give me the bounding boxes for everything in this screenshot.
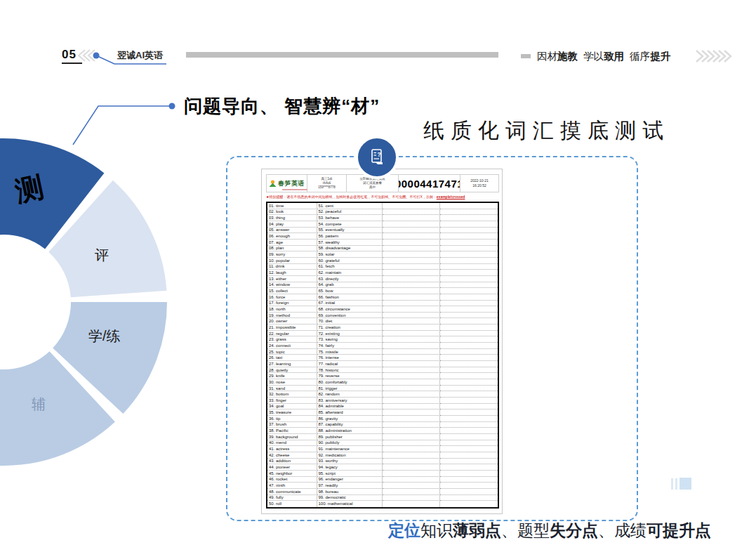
donut-label-ping: 评 (95, 246, 109, 265)
word-cell: 48. communicate (267, 489, 317, 495)
word-cell: 36. tip (267, 416, 317, 422)
word-cell: 26. taxi (267, 355, 317, 361)
word-row: 50. roll100. mathematical (267, 501, 498, 507)
word-cell (440, 288, 498, 294)
word-cell: 75. missile (317, 349, 383, 355)
word-cell: 51. cent (317, 203, 383, 209)
word-cell (440, 416, 498, 422)
word-cell: 82. random (317, 391, 383, 398)
word-cell: 14. window (267, 282, 317, 289)
word-row: 16. force66. fashion (267, 294, 498, 301)
word-cell: 29. knife (267, 373, 317, 379)
word-cell (440, 343, 498, 349)
word-cell (383, 288, 440, 294)
word-row: 31. sand81. trigger (267, 386, 498, 392)
word-cell (383, 404, 440, 410)
word-row: 02. look52. peaceful (267, 209, 498, 216)
word-cell (440, 294, 498, 301)
word-row: 28. quietly78. historic (267, 367, 498, 374)
word-cell: 97. readily (317, 483, 383, 489)
watermark-icon (671, 478, 691, 490)
word-cell (440, 452, 498, 459)
section-title: 问题导向、 智慧辨“材” (184, 94, 380, 119)
paper-date: 2022-10-21 (470, 178, 489, 183)
word-row: 41. actress91. maintenance (267, 446, 498, 452)
word-cell (383, 306, 440, 313)
word-cell (383, 336, 440, 343)
word-cell (440, 404, 498, 410)
word-cell: 52. peaceful (317, 209, 383, 216)
word-cell (383, 313, 440, 319)
word-cell: 16. force (267, 294, 317, 301)
word-cell (440, 501, 498, 507)
word-cell (440, 428, 498, 434)
word-row: 36. tip86. gravity (267, 416, 498, 422)
word-cell: 89. publisher (317, 434, 383, 440)
word-cell: 10. popular (267, 258, 317, 264)
word-cell: 60. grateful (317, 258, 383, 264)
word-cell (440, 379, 498, 386)
word-cell: 62. maintain (317, 270, 383, 276)
word-cell (383, 349, 440, 355)
header-slogan: 因材施教 学以致用 循序提升 (537, 50, 670, 63)
word-cell: 98. bureau (317, 489, 383, 495)
word-cell: 87. capability (317, 422, 383, 428)
word-cell (383, 416, 440, 422)
word-row: 01. time51. cent (267, 203, 498, 209)
word-cell: 76. intense (317, 355, 383, 361)
word-cell (440, 306, 498, 313)
word-cell: 41. actress (267, 446, 317, 452)
word-cell: 64. grab (317, 282, 383, 289)
word-cell (383, 203, 440, 209)
word-cell: 03. thing (267, 215, 317, 221)
paper-logo-text: 春笋英语 (278, 179, 305, 188)
word-cell: 24. connect (267, 343, 317, 349)
word-row: 23. grass73. saving (267, 336, 498, 343)
word-cell: 12. laugh (267, 270, 317, 276)
word-row: 03. thing53. behave (267, 215, 498, 221)
text-part: 知识 (420, 521, 453, 539)
word-cell: 40. mend (267, 440, 317, 447)
word-cell (440, 209, 498, 216)
word-cell (440, 386, 498, 392)
watermark-bar (675, 478, 677, 490)
donut-label-fu: 辅 (32, 395, 46, 414)
word-cell: 61. fetch (317, 264, 383, 270)
word-cell (440, 434, 498, 440)
text-part: 可提升点 (646, 521, 711, 539)
word-cell (440, 367, 498, 374)
word-cell (383, 459, 440, 465)
word-cell (440, 215, 498, 221)
word-cell (440, 240, 498, 246)
word-cell (383, 355, 440, 361)
word-row: 49. fully99. democratic (267, 495, 498, 502)
word-cell: 19. method (267, 313, 317, 319)
word-cell: 37. brush (267, 422, 317, 428)
word-row: 13. either63. directly (267, 276, 498, 282)
word-row: 29. knife79. reverse (267, 373, 498, 379)
word-cell (440, 495, 498, 502)
word-cell: 84. admirable (317, 404, 383, 410)
word-cell (383, 246, 440, 252)
slide: { "header": { "page_number": "05", "bran… (0, 0, 756, 557)
word-cell: 91. maintenance (317, 446, 383, 452)
word-row: 30. nose80. comfortably (267, 379, 498, 386)
word-cell (383, 343, 440, 349)
brand-name: 翌诚AI英语 (117, 49, 163, 62)
word-cell (440, 282, 498, 289)
word-row: 40. mend90. publicly (267, 440, 498, 447)
word-table: 01. time51. cent02. look52. peaceful03. … (266, 202, 499, 509)
word-cell: 44. pioneer (267, 464, 317, 471)
word-cell: 20. owner (267, 318, 317, 325)
word-cell (383, 464, 440, 471)
word-cell: 83. anniversary (317, 398, 383, 404)
word-cell (383, 373, 440, 379)
test-info-line: 高中 (369, 185, 376, 190)
word-cell: 45. neighbor (267, 471, 317, 477)
word-cell: 23. grass (267, 336, 317, 343)
word-cell (440, 459, 498, 465)
word-row: 15. collect65. bow (267, 288, 498, 294)
word-cell (383, 325, 440, 331)
word-cell (440, 464, 498, 471)
word-cell (383, 489, 440, 495)
